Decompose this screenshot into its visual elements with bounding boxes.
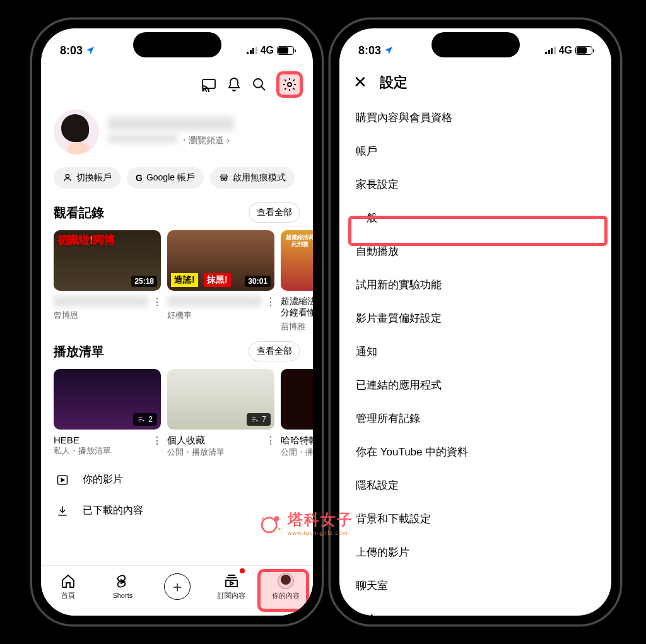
- home-icon: [61, 573, 76, 589]
- google-account-chip[interactable]: G Google 帳戶: [127, 167, 204, 189]
- settings-title: 設定: [380, 73, 408, 92]
- settings-item-your-data[interactable]: 你在 YouTube 中的資料: [339, 435, 611, 469]
- settings-item-experiments[interactable]: 試用新的實驗功能: [339, 268, 611, 302]
- settings-item-privacy[interactable]: 隱私設定: [339, 469, 611, 502]
- google-g-icon: G: [136, 173, 143, 183]
- history-title: 觀看記錄: [54, 204, 104, 221]
- video-thumbnail: 初識啦!阿博 25:18: [54, 230, 161, 291]
- playlist-meta: 私人・播放清單: [54, 445, 148, 457]
- tab-you-highlight: [257, 569, 309, 612]
- playlist-count-badge: 2: [133, 413, 157, 426]
- history-card[interactable]: 超濃縮法荷 死刑憲 超濃縮法 分鐘看懂 苗博雅: [281, 230, 313, 332]
- settings-item-live-chat[interactable]: 聊天室: [339, 569, 611, 602]
- incognito-icon: [219, 173, 229, 183]
- top-action-bar: [41, 66, 313, 105]
- video-author: 好機車: [167, 310, 262, 321]
- settings-item-quality[interactable]: 影片畫質偏好設定: [339, 302, 611, 335]
- more-icon[interactable]: ⋮: [152, 296, 161, 321]
- settings-item-purchases[interactable]: 購買內容與會員資格: [339, 101, 611, 134]
- your-videos-row[interactable]: 你的影片: [41, 464, 313, 495]
- settings-item-account[interactable]: 帳戶: [339, 134, 611, 168]
- tab-shorts[interactable]: Shorts: [95, 566, 150, 607]
- video-author: 苗博雅: [281, 321, 313, 332]
- svg-point-1: [203, 90, 204, 91]
- more-icon[interactable]: ⋮: [266, 296, 274, 321]
- playlist-card[interactable]: 2 HEBE 私人・播放清單 ⋮: [54, 369, 161, 458]
- svg-point-2: [254, 79, 262, 88]
- settings-item-parental[interactable]: 家長設定: [339, 168, 611, 201]
- settings-item-about[interactable]: 簡介: [339, 602, 611, 616]
- tab-create[interactable]: ＋: [150, 566, 204, 607]
- settings-item-manage-history[interactable]: 管理所有記錄: [339, 402, 611, 435]
- cast-icon[interactable]: [201, 76, 217, 93]
- settings-highlight: [276, 71, 303, 98]
- svg-point-5: [221, 178, 223, 180]
- video-duration: 25:18: [131, 276, 157, 287]
- account-chips: 切換帳戶 G Google 帳戶 啟用無痕模式: [41, 163, 313, 200]
- status-time: 8:03: [60, 44, 83, 57]
- bottom-tab-bar: 首頁 Shorts ＋ 訂閱內容 你的內容: [41, 565, 313, 616]
- phone-frame-right: 8:03 4G ✕ 設定 購買內容與會員資格 帳戶 家長設定 一般 自動播放 試…: [329, 18, 622, 626]
- settings-item-uploads[interactable]: 上傳的影片: [339, 536, 611, 569]
- signal-icon: [247, 47, 257, 54]
- status-network: 4G: [559, 45, 572, 56]
- play-outline-icon: [55, 474, 70, 486]
- video-thumbnail: 造謠! 抹黑! 30:01: [167, 230, 274, 291]
- profile-header[interactable]: ・瀏覽頻道 ›: [41, 105, 313, 163]
- playlist-icon: [251, 416, 259, 423]
- video-thumbnail: 超濃縮法荷 死刑憲: [281, 230, 313, 291]
- watermark-logo-icon: [259, 510, 284, 536]
- notch: [133, 32, 221, 57]
- watermark: 塔科女子 www.tech-girlz.com: [259, 510, 353, 536]
- switch-account-chip[interactable]: 切換帳戶: [54, 167, 120, 189]
- settings-item-background-download[interactable]: 背景和下載設定: [339, 502, 611, 536]
- gear-icon[interactable]: [281, 76, 298, 93]
- playlist-name: 個人收藏: [167, 435, 262, 447]
- history-card[interactable]: 造謠! 抹黑! 30:01 好機車 ⋮: [167, 230, 274, 332]
- settings-item-notifications[interactable]: 通知: [339, 335, 611, 368]
- playlists-section: 播放清單 查看全部 2 HEBE 私人・播放清單: [41, 339, 313, 464]
- video-author: 曾博恩: [54, 310, 148, 321]
- playlist-thumbnail: 2: [54, 369, 161, 430]
- history-see-all[interactable]: 查看全部: [249, 202, 300, 223]
- playlist-name: 哈哈特輯: [281, 435, 313, 447]
- shorts-icon: [115, 573, 130, 590]
- blurred-title: [167, 296, 262, 307]
- location-icon: [384, 45, 394, 56]
- svg-point-6: [225, 178, 227, 180]
- channel-link[interactable]: ・瀏覽頻道 ›: [180, 135, 230, 145]
- settings-header: ✕ 設定: [339, 66, 611, 101]
- tab-subscriptions[interactable]: 訂閱內容: [204, 566, 259, 607]
- battery-icon: [277, 46, 294, 55]
- playlist-card[interactable]: 7 個人收藏 公開・播放清單 ⋮: [167, 369, 274, 458]
- location-icon: [85, 45, 95, 56]
- history-card[interactable]: 初識啦!阿博 25:18 曾博恩 ⋮: [54, 230, 161, 332]
- screen-right: 8:03 4G ✕ 設定 購買內容與會員資格 帳戶 家長設定 一般 自動播放 試…: [339, 28, 611, 616]
- bell-icon[interactable]: [226, 76, 242, 93]
- playlist-thumbnail: [281, 369, 313, 430]
- incognito-chip[interactable]: 啟用無痕模式: [210, 167, 295, 189]
- watermark-text: 塔科女子: [288, 510, 353, 530]
- playlist-meta: 公開・播: [281, 447, 313, 458]
- playlist-meta: 公開・播放清單: [167, 447, 262, 458]
- avatar: [54, 109, 99, 155]
- more-icon[interactable]: ⋮: [152, 435, 161, 457]
- svg-point-4: [66, 175, 69, 178]
- playlists-see-all[interactable]: 查看全部: [249, 341, 300, 361]
- close-icon[interactable]: ✕: [353, 73, 367, 92]
- blurred-handle: [108, 134, 177, 143]
- blurred-title: [54, 296, 148, 307]
- battery-icon: [575, 46, 592, 55]
- playlist-card[interactable]: 哈哈特輯 公開・播: [281, 369, 313, 458]
- tab-home[interactable]: 首頁: [41, 566, 95, 607]
- watermark-url: www.tech-girlz.com: [288, 530, 353, 536]
- subscriptions-icon: [224, 573, 239, 589]
- history-section: 觀看記錄 查看全部 初識啦!阿博 25:18 曾博恩 ⋮: [41, 200, 313, 339]
- search-icon[interactable]: [251, 76, 267, 93]
- playlist-count-badge: 7: [247, 413, 271, 426]
- notification-dot: [240, 568, 245, 573]
- settings-item-connected-apps[interactable]: 已連結的應用程式: [339, 368, 611, 402]
- svg-point-3: [288, 83, 291, 86]
- download-icon: [55, 505, 70, 517]
- more-icon[interactable]: ⋮: [266, 435, 274, 458]
